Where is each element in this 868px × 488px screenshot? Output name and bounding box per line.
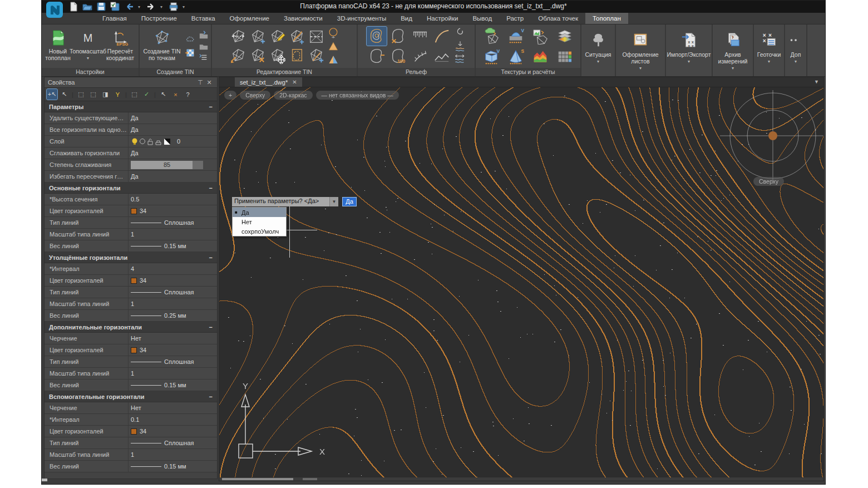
compass-center-dot[interactable] xyxy=(768,131,777,140)
scrollbar-thumb[interactable] xyxy=(222,478,293,480)
property-row[interactable]: ЧерчениеНет xyxy=(45,333,217,344)
redo-dropdown[interactable]: ▾ xyxy=(160,4,165,9)
tool-archive-pages-button[interactable]: Архив измерений▾ xyxy=(713,24,754,76)
close-tab-icon[interactable]: ✕ xyxy=(292,79,297,85)
smooth-curve-button[interactable] xyxy=(432,27,452,46)
open-file-button[interactable] xyxy=(82,2,92,11)
property-row[interactable]: Все горизонтали на одно…Да xyxy=(45,124,217,136)
undo-dropdown[interactable]: ▾ xyxy=(138,4,142,9)
property-row[interactable]: Цвет горизонталей34 xyxy=(45,275,217,287)
image-to-mesh-button[interactable] xyxy=(530,27,550,46)
tool-sheet-frame-button[interactable]: Оформление листов▾ xyxy=(616,24,666,76)
property-row[interactable]: Вес линий0.25 мм xyxy=(45,310,217,322)
new-topoplan-button[interactable]: Новый топоплан xyxy=(44,26,72,67)
menu-tab-2[interactable]: Построение xyxy=(134,13,184,24)
mesh-add-blue-button[interactable] xyxy=(307,47,325,65)
mesh-fill-blob-button[interactable] xyxy=(288,47,305,65)
add-to-selection-cursor-button[interactable]: +↖ xyxy=(47,89,57,100)
mesh-delete-vertex-button[interactable] xyxy=(249,47,267,65)
property-row[interactable]: Цвет горизонталей34 xyxy=(45,205,217,217)
tin-from-cloud-button[interactable] xyxy=(184,33,196,46)
nanocad-logo[interactable] xyxy=(46,2,64,18)
property-row[interactable]: Тип линийСплошная xyxy=(45,217,217,229)
scrollbar-thumb-2[interactable] xyxy=(303,478,317,480)
circle-contour-button[interactable] xyxy=(327,27,339,39)
property-value[interactable]: Да xyxy=(128,171,217,182)
menu-tab-7[interactable]: Вид xyxy=(393,13,420,24)
property-value[interactable]: 4 xyxy=(128,263,217,274)
viewport-control-1[interactable]: + xyxy=(224,91,236,100)
rainbow-relief-button[interactable] xyxy=(530,47,550,66)
help-button[interactable]: ? xyxy=(183,89,193,100)
mesh-add-vertex-button[interactable] xyxy=(249,28,267,46)
undo-button[interactable] xyxy=(124,2,134,11)
property-value[interactable]: 1 xyxy=(128,449,217,460)
tin-from-raster-button[interactable] xyxy=(184,47,196,59)
viewport-control-3[interactable]: 2D-каркас xyxy=(274,91,312,100)
property-value[interactable]: Да xyxy=(128,112,217,124)
tool-tree-button[interactable]: Ситуация▾ xyxy=(581,24,616,76)
property-row[interactable]: *Интервал0.1 xyxy=(45,414,217,426)
profile-zigzag-button[interactable] xyxy=(432,47,452,66)
property-value[interactable]: Нет xyxy=(128,333,217,344)
property-row[interactable]: ЧерчениеНет xyxy=(45,402,217,414)
invert-selection-button[interactable]: ◨ xyxy=(100,89,111,100)
property-value[interactable]: Да xyxy=(128,124,217,135)
property-row[interactable]: Тип линийСплошная xyxy=(45,356,217,368)
property-value[interactable]: Сплошная xyxy=(128,356,217,367)
contour-100-button[interactable]: 100 xyxy=(388,47,408,66)
hatch-comb-button[interactable] xyxy=(410,27,430,46)
slope-ticks-button[interactable] xyxy=(410,47,430,66)
viewport-control-4[interactable]: — нет связанных видов — xyxy=(316,91,399,100)
property-value[interactable]: Сплошная xyxy=(128,217,217,228)
property-value[interactable]: 85 xyxy=(128,159,217,170)
property-value[interactable]: 0.15 мм xyxy=(128,379,217,391)
mesh-move-vertex-button[interactable] xyxy=(268,47,286,65)
customize-toolbar-button[interactable]: ▾ xyxy=(183,4,187,9)
crossing-select-button[interactable]: ⬚ xyxy=(88,89,98,100)
menu-tab-4[interactable]: Оформление xyxy=(223,13,277,24)
viewport[interactable]: +Сверху2D-каркас— нет связанных видов — … xyxy=(219,87,823,481)
collapse-icon[interactable]: − xyxy=(209,185,213,191)
property-row[interactable]: *Высота сечения0.5 xyxy=(45,194,217,205)
command-option-1[interactable]: ■Да xyxy=(233,208,286,217)
hook-curve-button[interactable] xyxy=(454,27,466,39)
clear-selection-button[interactable]: × xyxy=(170,89,181,100)
menu-tab-11[interactable]: Облака точек xyxy=(531,13,585,24)
menu-tab-3[interactable]: Вставка xyxy=(184,13,223,24)
menu-tab-1[interactable]: Главная xyxy=(95,13,134,24)
property-value[interactable]: 1 xyxy=(128,368,217,379)
property-value[interactable]: 0.25 мм xyxy=(128,310,217,321)
save-button[interactable] xyxy=(96,2,106,11)
command-history-caret[interactable]: ▼ xyxy=(329,197,338,206)
property-row[interactable]: *Интервал4 xyxy=(45,263,217,275)
viewport-control-2[interactable]: Сверху xyxy=(240,91,270,100)
apply-changes-button[interactable]: ✓ xyxy=(141,89,152,100)
mesh-boundary-dashed-button[interactable] xyxy=(307,28,325,46)
mesh-swap-edge-button[interactable] xyxy=(229,28,247,46)
tin-list-button[interactable] xyxy=(199,52,209,62)
arrow-down-wave-button[interactable] xyxy=(454,40,466,52)
property-row[interactable]: Сглаживать горизонталиДа xyxy=(45,147,217,159)
property-row[interactable]: Избегать пересечения г…Да xyxy=(45,171,217,183)
document-tab[interactable]: set_iz_txt__.dwg* ✕ xyxy=(235,77,302,87)
triangle-blue-orange-button[interactable] xyxy=(327,53,339,66)
property-value[interactable]: 0 xyxy=(128,136,217,147)
property-row[interactable]: Тип линийСплошная xyxy=(45,287,217,298)
cloud-to-mesh-button[interactable] xyxy=(481,27,501,46)
property-row[interactable]: Слой0 xyxy=(45,136,217,147)
print-button[interactable] xyxy=(169,2,179,11)
property-row[interactable]: Цвет горизонталей34 xyxy=(45,344,217,356)
collapse-icon[interactable]: − xyxy=(209,254,213,261)
contour-selected-button[interactable] xyxy=(367,27,387,46)
section-header[interactable]: Дополнительные горизонтали− xyxy=(45,322,217,333)
property-row[interactable]: Вес линий0.15 мм xyxy=(45,240,217,252)
property-value[interactable]: 34 xyxy=(128,426,217,437)
menu-tab-5[interactable]: Зависимости xyxy=(277,13,330,24)
pointer-cursor-button[interactable]: ↖ xyxy=(59,89,70,100)
layer-sheets-button[interactable] xyxy=(555,27,575,46)
tab-list-caret[interactable]: ▼ xyxy=(814,79,819,85)
property-value[interactable]: 0.5 xyxy=(128,194,217,205)
property-value[interactable]: 34 xyxy=(128,275,217,286)
property-row[interactable]: Цвет горизонталей34 xyxy=(45,426,217,437)
